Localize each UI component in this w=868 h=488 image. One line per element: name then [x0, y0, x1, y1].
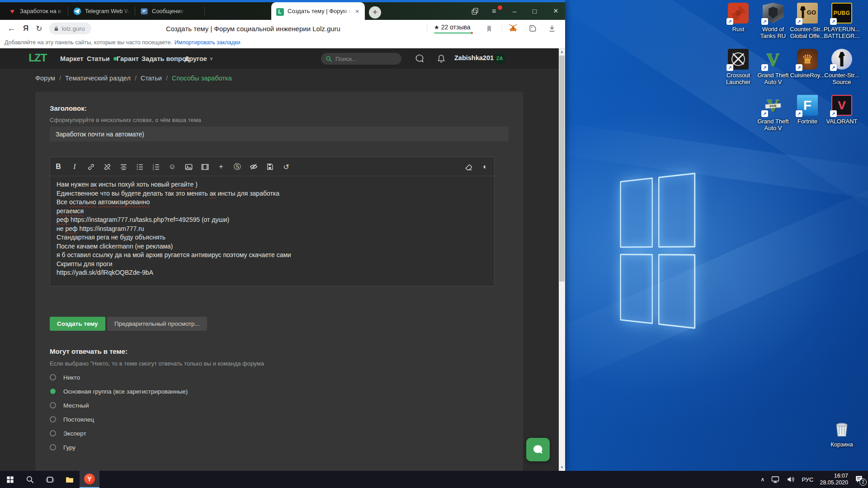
tab-panel-icon[interactable] [471, 2, 479, 20]
radio-option[interactable]: Никто [50, 373, 80, 382]
radio-unselected[interactable] [50, 402, 56, 408]
avatar[interactable]: ZA [494, 52, 505, 64]
italic-icon[interactable]: I [69, 157, 80, 176]
radio-unselected[interactable] [50, 416, 56, 422]
minimize-button[interactable]: – [513, 2, 516, 20]
desktop-icon-fortnite[interactable]: F↗Fortnite [788, 95, 827, 125]
recycle-bin-icon[interactable]: Корзина [822, 418, 862, 448]
language-indicator[interactable]: РУС [802, 476, 813, 483]
list-bulleted-icon[interactable] [134, 157, 145, 176]
maximize-button[interactable]: □ [533, 2, 537, 20]
close-window-button[interactable]: × [553, 2, 558, 20]
nav-item-1[interactable]: Маркет [60, 48, 83, 69]
align-center-icon[interactable] [118, 157, 129, 176]
nav-item-5[interactable]: Другое∨ [184, 48, 213, 69]
image-icon[interactable] [183, 157, 194, 176]
desktop-icon-gta5-2[interactable]: VFIVE↗Grand TheftAuto V [753, 95, 793, 131]
desktop-icon-valorant[interactable]: V↗VALORANT [822, 95, 862, 125]
metamask-extension-icon[interactable] [508, 23, 518, 33]
desktop-icon-cuisine-royale[interactable]: ♛↗CuisineRoy... [788, 49, 827, 79]
preview-button[interactable]: Предварительный просмотр... [107, 317, 207, 331]
hidden-icons-chevron[interactable]: ∧ [761, 476, 765, 483]
address-bar[interactable]: lolz.guru [49, 23, 91, 34]
eye-off-icon[interactable] [248, 157, 259, 176]
plus-icon[interactable]: + [216, 157, 226, 176]
browser-menu-button[interactable]: ≡ [492, 2, 495, 20]
alerts-bell-icon[interactable] [437, 54, 446, 63]
radio-selected[interactable] [50, 389, 56, 394]
desktop-icon-crossout[interactable]: ↗CrossoutLauncher [718, 49, 758, 85]
breadcrumb-item[interactable]: Способы заработка [172, 75, 232, 82]
desktop-icon-world-of-tanks[interactable]: ↗World ofTanks RU [753, 3, 793, 39]
messages-icon[interactable] [415, 54, 425, 63]
smiley-icon[interactable]: ☺ [167, 157, 178, 176]
action-center-button[interactable]: 2 [854, 475, 863, 484]
desktop-icon-pubg[interactable]: PUBG↗PLAYERUN...BATTLEGR... [822, 3, 862, 39]
radio-unselected[interactable] [50, 444, 56, 450]
support-chat-button[interactable] [526, 438, 550, 461]
radio-label: Основная группа (все зарегистрированные) [63, 388, 188, 395]
taskbar-search-button[interactable] [20, 471, 40, 488]
yandex-button[interactable]: Я [23, 24, 28, 33]
bold-icon[interactable]: B [53, 157, 64, 176]
refresh-button[interactable]: ↻ [36, 24, 42, 33]
username[interactable]: Zabishka2019 [454, 54, 497, 61]
create-topic-button[interactable]: Создать тему [50, 317, 105, 331]
browser-tab[interactable]: ♥Заработок на выполнении [4, 2, 67, 20]
clock[interactable]: 16:07 28.05.2020 [820, 473, 848, 486]
desktop-icon-gta5[interactable]: V↗Grand TheftAuto V [753, 49, 793, 85]
nav-item-4[interactable]: Задать вопрос [142, 48, 189, 69]
site-logo[interactable]: LZT [28, 52, 51, 65]
volume-icon[interactable] [786, 475, 795, 483]
message-editor[interactable]: BI123☺+Ⓢ↺◐ Нам нужен ак инсты похуй хоть… [50, 157, 495, 286]
svg-text:2: 2 [152, 166, 154, 168]
nav-item-2[interactable]: Статьи [87, 48, 117, 69]
nav-item-3[interactable]: Гарант [117, 48, 139, 69]
site-rating[interactable]: ★22 отзыва [434, 23, 473, 34]
media-icon[interactable] [199, 157, 210, 176]
network-icon[interactable] [771, 475, 780, 483]
desktop-icon-rust[interactable]: ↗Rust [718, 3, 758, 33]
tab-close-icon[interactable]: × [355, 7, 359, 15]
eraser-icon[interactable] [463, 157, 474, 176]
collections-extension-icon[interactable] [528, 24, 537, 33]
scroll-up-arrow[interactable]: ▲ [559, 50, 565, 54]
browser-tab[interactable]: Telegram Web Webogram [69, 2, 134, 20]
download-icon[interactable] [548, 24, 556, 33]
radio-unselected[interactable] [50, 430, 56, 436]
topic-title-input[interactable] [50, 127, 509, 141]
import-bookmarks-link[interactable]: Импортировать закладки [175, 39, 241, 46]
save-icon[interactable] [264, 157, 275, 176]
new-tab-button[interactable]: + [369, 6, 381, 19]
breadcrumb-item[interactable]: Статьи [141, 75, 162, 82]
scroll-down-arrow[interactable]: ▼ [559, 465, 565, 469]
link-icon[interactable] [85, 157, 96, 176]
list-numbered-icon[interactable]: 123 [151, 157, 161, 176]
file-explorer-button[interactable] [60, 471, 80, 488]
desktop-icon-cs-source[interactable]: ↗Counter-Str...Source [822, 49, 862, 85]
start-button[interactable] [0, 471, 20, 488]
contrast-icon[interactable]: ◐ [480, 157, 491, 176]
bookmark-flag-icon[interactable] [486, 25, 493, 33]
radio-option[interactable]: Эксперт [50, 429, 86, 438]
editor-text-area[interactable]: Нам нужен ак инсты похуй хоть новый рега… [50, 176, 494, 286]
browser-tab[interactable]: Сообщения [136, 2, 203, 20]
desktop-icon-csgo[interactable]: GO↗Counter-Str...Global Offe... [788, 3, 827, 39]
spoiler-icon[interactable]: Ⓢ [232, 157, 243, 176]
breadcrumb-item[interactable]: Форум [35, 75, 55, 82]
radio-option[interactable]: Постоялец [50, 415, 94, 424]
radio-option[interactable]: Местный [50, 401, 89, 410]
search-input[interactable]: Поиск... [321, 53, 401, 65]
page-scrollbar[interactable]: ▲ ▼ [559, 48, 565, 471]
scrollbar-thumb[interactable] [559, 56, 565, 282]
task-view-button[interactable] [40, 471, 60, 488]
back-button[interactable]: ← [7, 23, 16, 33]
radio-option[interactable]: Гуру [50, 443, 75, 452]
unlink-icon[interactable] [102, 157, 113, 176]
breadcrumb-item[interactable]: Тематический раздел [65, 75, 131, 82]
radio-unselected[interactable] [50, 374, 56, 380]
radio-option[interactable]: Основная группа (все зарегистрированные) [50, 387, 188, 396]
undo-icon[interactable]: ↺ [281, 157, 292, 176]
browser-tab[interactable]: LСоздать тему | Форум с× [271, 2, 365, 20]
yandex-browser-taskbar-button[interactable]: Y [80, 471, 99, 488]
